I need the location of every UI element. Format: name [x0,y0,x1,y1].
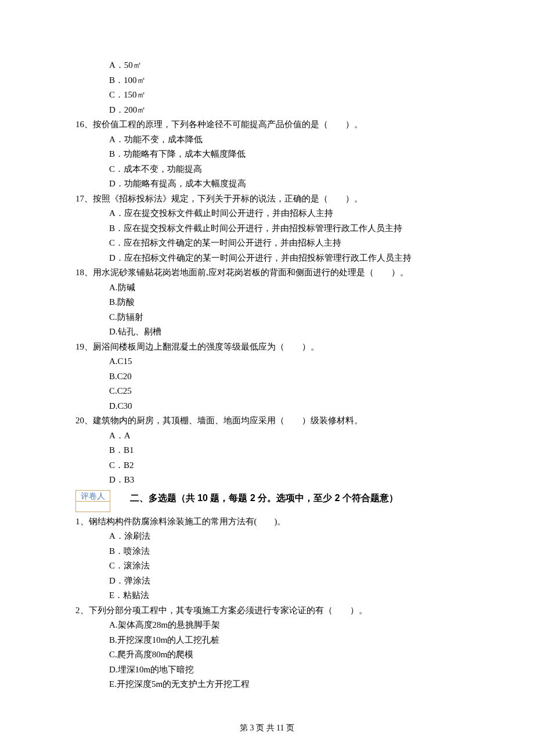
q18-opt-d: D.钻孔、剔槽 [75,325,459,340]
q16-opt-b: B．功能略有下降，成本大幅度降低 [75,147,459,162]
mq2-opt-e: E.开挖深度5m的无支护土方开挖工程 [75,677,459,692]
q20-stem: 20、建筑物内的厨房，其顶棚、墙面、地面均应采用（ ）级装修材料。 [75,413,459,429]
reviewer-box: 评卷人 [75,490,110,512]
mq1-stem: 1、钢结构构件防腐涂料涂装施工的常用方法有( )。 [75,514,459,530]
reviewer-empty-cell [76,502,110,512]
q18-opt-c: C.防辐射 [75,310,459,325]
q20-opt-b: B．B1 [75,443,459,458]
mq2-opt-a: A.架体高度28m的悬挑脚手架 [75,618,459,633]
q17-stem: 17、按照《招标投标法》规定，下列关于开标的说法，正确的是（ ）。 [75,192,459,207]
mq1-opt-b: B．喷涂法 [75,544,459,559]
q18-opt-a: A.防碱 [75,280,459,296]
q16-opt-d: D．功能略有提高，成本大幅度提高 [75,177,459,192]
q19-stem: 19、厕浴间楼板周边上翻混凝土的强度等级最低应为（ ）。 [75,340,459,355]
q16-opt-c: C．成本不变，功能提高 [75,162,459,177]
page-footer: 第 3 页 共 11 页 [75,721,459,735]
q19-opt-b: B.C20 [75,369,459,384]
q18-opt-b: B.防酸 [75,295,459,310]
mq2-opt-d: D.埋深10m的地下暗挖 [75,663,459,678]
q20-opt-a: A．A [75,429,459,444]
q15-opt-a: A．50㎡ [75,58,459,73]
q15-opt-d: D．200㎡ [75,103,459,118]
mq2-stem: 2、下列分部分项工程中，其专项施工方案必须进行专家论证的有（ ）。 [75,603,459,618]
q17-opt-d: D．应在招标文件确定的某一时间公开进行，并由招投标管理行政工作人员主持 [75,251,459,266]
q15-opt-b: B．100㎡ [75,73,459,88]
q17-opt-b: B．应在提交投标文件截止时间公开进行，并由招投标管理行政工作人员主持 [75,221,459,236]
mq2-opt-b: B.开挖深度10m的人工挖孔桩 [75,633,459,648]
q15-opt-c: C．150㎡ [75,88,459,103]
mq1-opt-a: A．涂刷法 [75,529,459,544]
mq2-opt-c: C.爬升高度80m的爬模 [75,647,459,663]
mq1-opt-d: D．弹涂法 [75,574,459,589]
q19-opt-c: C.C25 [75,384,459,399]
q20-opt-d: D．B3 [75,473,459,488]
q17-opt-c: C．应在招标文件确定的某一时间公开进行，并由招标人主持 [75,236,459,251]
section-header-row: 评卷人 二、多选题（共 10 题，每题 2 分。选项中，至少 2 个符合题意） [75,490,459,512]
mq1-opt-e: E．粘贴法 [75,588,459,603]
q17-opt-a: A．应在提交投标文件截止时间公开进行，并由招标人主持 [75,206,459,221]
section-2-title: 二、多选题（共 10 题，每题 2 分。选项中，至少 2 个符合题意） [130,490,398,506]
q19-opt-d: D.C30 [75,399,459,414]
reviewer-label: 评卷人 [76,491,110,502]
q19-opt-a: A.C15 [75,354,459,369]
mq1-opt-c: C．滚涂法 [75,559,459,574]
q16-stem: 16、按价值工程的原理，下列各种途径不可能提高产品价值的是（ ）。 [75,117,459,132]
q16-opt-a: A．功能不变，成本降低 [75,132,459,147]
q18-stem: 18、用水泥砂浆铺贴花岗岩地面前,应对花岗岩板的背面和侧面进行的处理是（ ）。 [75,265,459,280]
q20-opt-c: C．B2 [75,458,459,473]
